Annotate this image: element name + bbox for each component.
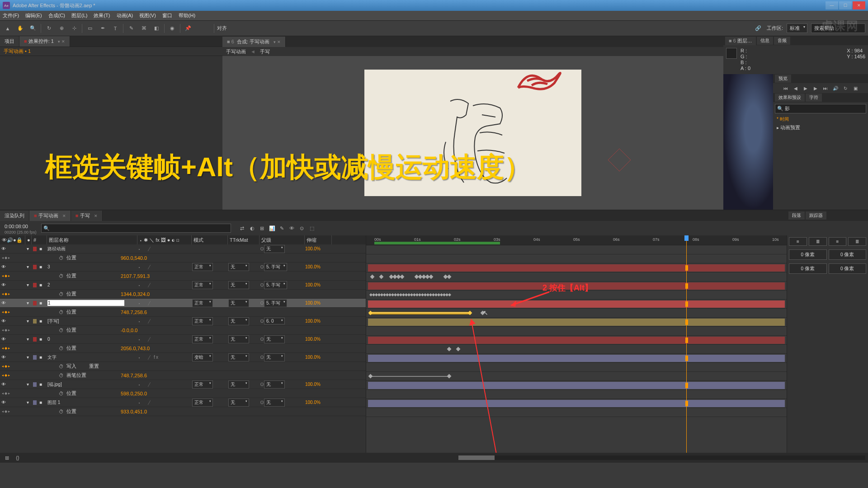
stopwatch-icon[interactable]: ⏱ bbox=[59, 291, 64, 297]
parent-dropdown[interactable]: 无 bbox=[264, 245, 285, 253]
trkmat-dropdown[interactable]: 无 bbox=[228, 263, 249, 271]
current-time-indicator[interactable] bbox=[686, 235, 687, 453]
layer-marker[interactable] bbox=[685, 319, 688, 325]
tl-icon-7[interactable]: ⊙ bbox=[298, 224, 306, 232]
keyframe-range[interactable] bbox=[369, 376, 449, 377]
visibility-toggle[interactable]: 👁 bbox=[0, 353, 6, 361]
tl-icon-2[interactable]: ◐ bbox=[248, 224, 256, 232]
keyframe-nav[interactable]: ◂ ◆ ▸ bbox=[2, 346, 10, 350]
layer-row[interactable]: 👁 ▾ ■ 0 ⬩ ╱ 正常 无 ⊙ 无 100.0% bbox=[0, 335, 366, 344]
last-frame-button[interactable]: ⏭ bbox=[822, 84, 829, 92]
stretch-value[interactable]: 100.0% bbox=[304, 353, 331, 361]
keyframe-nav[interactable]: ◂ ◆ ▸ bbox=[2, 256, 10, 260]
layer-bar[interactable] bbox=[368, 319, 785, 326]
blend-mode-dropdown[interactable]: 正常 bbox=[192, 281, 213, 289]
keyframe-nav[interactable]: ◂ ◆ ▸ bbox=[2, 373, 10, 377]
prev-frame-button[interactable]: ◀ bbox=[792, 84, 799, 92]
close-button[interactable]: ✕ bbox=[853, 1, 865, 9]
stretch-value[interactable]: 100.0% bbox=[304, 335, 331, 343]
audio-button[interactable]: 🔊 bbox=[832, 84, 839, 92]
keyframe-nav[interactable]: ◂ ◆ ▸ bbox=[2, 292, 10, 296]
col-trkmat[interactable]: T TrkMat bbox=[228, 235, 259, 244]
tl-icon-4[interactable]: 📊 bbox=[268, 224, 276, 232]
layer-row[interactable]: 👁 ▾ ■ [福.jpg] ⬩ ╱ 正常 无 ⊙ 无 100.0% bbox=[0, 380, 366, 389]
layer-marker[interactable] bbox=[685, 265, 688, 271]
align-btn-1[interactable]: ≡ bbox=[789, 237, 807, 246]
property-value[interactable]: 960.0,540.0 bbox=[121, 255, 147, 261]
property-value[interactable]: 598.0,250.0 bbox=[121, 391, 147, 396]
menu-window[interactable]: 窗口 bbox=[162, 12, 172, 19]
layer-switches[interactable]: ⬩ ╱ fx bbox=[137, 353, 191, 361]
px-field-4[interactable]: 0 像素 bbox=[829, 263, 867, 274]
layer-name[interactable]: 3 bbox=[46, 263, 137, 271]
parent-dropdown[interactable]: 5. 手写 bbox=[264, 263, 287, 271]
toggle-switches-icon[interactable]: ⊞ bbox=[3, 454, 11, 462]
keyframe-nav[interactable]: ◂ ◆ ▸ bbox=[2, 391, 10, 395]
tab-info[interactable]: 信息 bbox=[757, 37, 773, 45]
stretch-value[interactable]: 100.0% bbox=[304, 380, 331, 389]
tab-paragraph[interactable]: 段落 bbox=[788, 211, 805, 220]
twirl-icon[interactable]: ▾ bbox=[25, 353, 32, 361]
property-row[interactable]: ◂ ◆ ▸⏱位置2107.7,591.3 bbox=[0, 272, 366, 281]
timeline-search[interactable]: 🔍 bbox=[41, 224, 231, 233]
tl-icon-3[interactable]: ⊞ bbox=[258, 224, 266, 232]
layer-name[interactable]: [福.jpg] bbox=[46, 380, 137, 389]
trkmat-dropdown[interactable]: 无 bbox=[228, 399, 249, 407]
layer-marker[interactable] bbox=[685, 383, 688, 388]
layer-marker[interactable] bbox=[685, 283, 688, 289]
menu-view[interactable]: 视图(V) bbox=[139, 12, 156, 19]
stretch-value[interactable]: 100.0% bbox=[304, 263, 331, 271]
menu-file[interactable]: 文件(F) bbox=[3, 12, 19, 19]
clone-tool[interactable]: ⌘ bbox=[139, 23, 149, 33]
stopwatch-icon[interactable]: ⏱ bbox=[59, 273, 64, 279]
align-btn-4[interactable]: ≣ bbox=[848, 237, 866, 246]
label-color[interactable] bbox=[33, 337, 37, 342]
stretch-value[interactable]: 100.0% bbox=[304, 317, 331, 325]
parent-dropdown[interactable]: 无 bbox=[264, 335, 285, 343]
label-color[interactable] bbox=[33, 265, 37, 269]
tab-composition[interactable]: ■ 6 合成: 手写动画 ▾ ✕ bbox=[222, 37, 286, 47]
col-layer-name[interactable]: 图层名称 bbox=[47, 235, 137, 244]
layer-bar[interactable] bbox=[368, 400, 785, 407]
align-btn-3[interactable]: ≡ bbox=[829, 237, 847, 246]
tl-icon-1[interactable]: ⇄ bbox=[238, 224, 246, 232]
tab-layer-small[interactable]: ■ 6 图层… bbox=[725, 37, 756, 45]
stopwatch-icon[interactable]: ⏱ bbox=[59, 328, 64, 333]
loop-button[interactable]: ↻ bbox=[842, 84, 849, 92]
layer-switches[interactable]: ⬩ ╱ bbox=[137, 398, 191, 407]
property-value[interactable]: 2107.7,591.3 bbox=[121, 273, 150, 279]
breadcrumb-1[interactable]: 手写动画 bbox=[226, 48, 246, 55]
layer-switches[interactable]: ⬩ ╱ bbox=[137, 317, 191, 325]
px-field-3[interactable]: 0 像素 bbox=[789, 263, 827, 274]
trkmat-dropdown[interactable]: 无 bbox=[228, 317, 249, 325]
blend-mode-dropdown[interactable]: 正常 bbox=[192, 399, 213, 407]
layer-row[interactable]: 👁 ▾ ■ 路径动画 ⬩ ╱ ⊙ 无 100.0% bbox=[0, 244, 366, 253]
label-color[interactable] bbox=[33, 247, 37, 251]
stretch-value[interactable]: 100.0% bbox=[304, 244, 331, 253]
label-color[interactable] bbox=[33, 283, 37, 287]
anchor-tool[interactable]: ⊹ bbox=[69, 23, 79, 33]
layer-marker[interactable] bbox=[685, 401, 688, 406]
tl-icon-8[interactable]: ⬚ bbox=[308, 224, 316, 232]
timeline-scrollbar[interactable] bbox=[458, 455, 865, 460]
layer-row[interactable]: 👁 ▾ ■ 3 ⬩ ╱ 正常 无 ⊙ 5. 手写 100.0% bbox=[0, 263, 366, 272]
property-row[interactable]: ◂ ◆ ▸⏱位置598.0,250.0 bbox=[0, 389, 366, 398]
menu-animation[interactable]: 动画(A) bbox=[117, 12, 133, 19]
tl-icon-5[interactable]: ✎ bbox=[278, 224, 286, 232]
minimize-button[interactable]: — bbox=[826, 1, 838, 9]
twirl-icon[interactable]: ▾ bbox=[25, 380, 32, 389]
trkmat-dropdown[interactable]: 无 bbox=[228, 281, 249, 289]
rotate-tool[interactable]: ↻ bbox=[44, 23, 54, 33]
visibility-toggle[interactable]: 👁 bbox=[0, 335, 6, 343]
layer-name[interactable]: 0 bbox=[46, 335, 137, 343]
layer-marker[interactable] bbox=[685, 338, 688, 343]
zoom-tool[interactable]: 🔍 bbox=[28, 23, 38, 33]
layer-row[interactable]: 👁 ▾ ■ 文字 ⬩ ╱ fx 变暗 无 ⊙ 无 100.0% bbox=[0, 353, 366, 362]
parent-dropdown[interactable]: 无 bbox=[264, 353, 285, 361]
stretch-value[interactable]: 100.0% bbox=[304, 281, 331, 289]
layer-switches[interactable]: ⬩ ╱ bbox=[137, 244, 191, 253]
visibility-toggle[interactable]: 👁 bbox=[0, 317, 6, 325]
shape-tool[interactable]: ▭ bbox=[85, 23, 95, 33]
pen-tool[interactable]: ✒ bbox=[98, 23, 108, 33]
align-btn-2[interactable]: ≣ bbox=[809, 237, 827, 246]
